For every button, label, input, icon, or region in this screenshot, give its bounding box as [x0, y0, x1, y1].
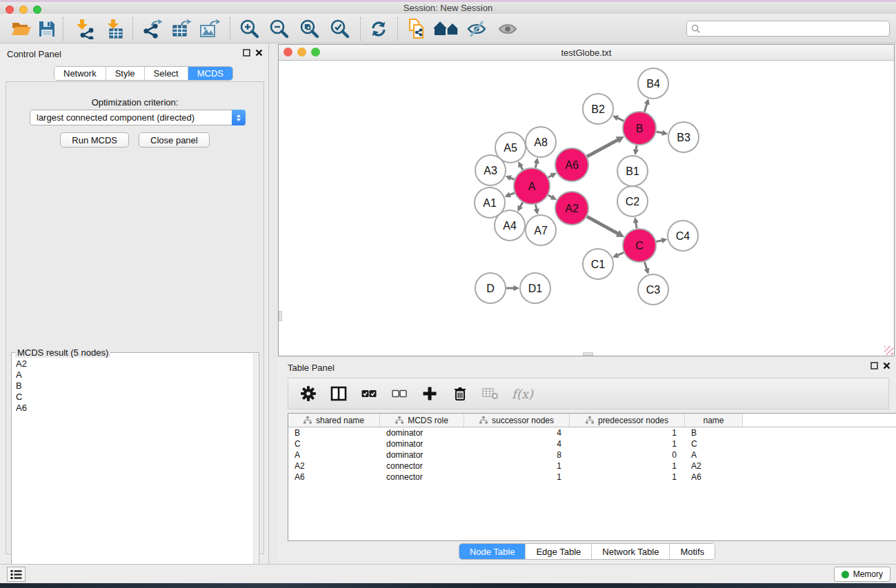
zoom-selected-button[interactable] — [328, 17, 352, 41]
result-scrollbar[interactable] — [253, 354, 258, 586]
table-cell[interactable]: C — [288, 438, 380, 449]
new-network-from-file-button[interactable] — [405, 17, 430, 41]
first-neighbors-button[interactable] — [434, 17, 459, 41]
close-panel-icon[interactable] — [883, 362, 890, 369]
export-image-button[interactable] — [197, 17, 222, 41]
column-header-successor-nodes[interactable]: successor nodes — [464, 414, 570, 427]
refresh-button[interactable] — [366, 17, 391, 41]
result-item[interactable]: B — [13, 381, 253, 392]
export-table-button[interactable] — [169, 17, 194, 41]
graph-edge-B-B2[interactable] — [617, 118, 624, 121]
table-cell[interactable]: A6 — [288, 472, 380, 483]
graph-edge-A-A4[interactable] — [520, 203, 523, 207]
table-cell[interactable]: A — [685, 449, 743, 460]
function-builder-button[interactable]: f(x) — [512, 385, 533, 403]
search-input[interactable] — [704, 24, 885, 34]
column-header-predecessor-nodes[interactable]: predecessor nodes — [570, 414, 685, 427]
table-cell[interactable]: B — [288, 427, 380, 438]
table-cell[interactable]: 4 — [464, 438, 570, 449]
resize-grip-icon[interactable] — [884, 346, 893, 355]
table-cell[interactable]: 4 — [464, 427, 570, 438]
column-header-mcds-role[interactable]: MCDS role — [380, 414, 464, 427]
graph-edge-A-A7[interactable] — [535, 204, 537, 210]
table-cell[interactable]: 0 — [570, 449, 685, 460]
table-cell[interactable]: A6 — [685, 472, 743, 483]
table-cell[interactable]: 1 — [464, 472, 570, 483]
table-row[interactable]: A2connector11A2 — [288, 460, 896, 472]
graph-edge-A-A3[interactable] — [510, 178, 514, 179]
task-history-button[interactable] — [7, 567, 26, 582]
table-cell[interactable]: 1 — [570, 472, 685, 483]
table-cell[interactable]: B — [685, 427, 743, 438]
table-cell[interactable]: 1 — [570, 427, 685, 438]
tab-node-table[interactable]: Node Table — [459, 544, 526, 559]
table-cell[interactable]: A — [288, 449, 380, 460]
run-mcds-button[interactable]: Run MCDS — [60, 132, 129, 148]
import-network-button[interactable] — [72, 17, 97, 41]
zoom-fit-button[interactable] — [297, 17, 322, 41]
delete-table-button[interactable] — [481, 385, 499, 403]
graph-edge-C-C2[interactable] — [636, 222, 637, 228]
graph-edge-A2-C[interactable] — [587, 216, 618, 234]
table-cell[interactable]: dominator — [380, 438, 464, 449]
tab-select[interactable]: Select — [144, 67, 188, 80]
table-row[interactable]: Bdominator41B — [288, 427, 896, 438]
result-item[interactable]: A2 — [13, 358, 253, 369]
table-cell[interactable]: dominator — [380, 449, 464, 460]
optimization-criterion-select[interactable]: largest connected component (directed) — [30, 110, 246, 125]
graph-edge-C-C1[interactable] — [617, 252, 624, 255]
zoom-out-button[interactable] — [267, 17, 292, 41]
frame-handle-bottom[interactable] — [583, 352, 593, 356]
graph-edge-A6-B[interactable] — [587, 140, 618, 156]
table-cell[interactable]: 1 — [570, 460, 685, 472]
column-header-name[interactable]: name — [685, 414, 743, 427]
show-columns-button[interactable] — [330, 385, 348, 403]
table-cell[interactable]: C — [685, 438, 743, 449]
float-panel-icon[interactable] — [870, 362, 878, 369]
table-cell[interactable]: A2 — [685, 460, 743, 472]
zoom-in-button[interactable] — [237, 17, 262, 41]
table-cell[interactable]: connector — [380, 460, 464, 472]
network-canvas[interactable]: B4B2BB3A8A5A6A3B1AC2A1A2A4A7C4CC1DD1C3 — [279, 61, 894, 356]
tab-edge-table[interactable]: Edge Table — [525, 544, 591, 559]
table-row[interactable]: Cdominator41C — [288, 438, 896, 449]
graph-edge-B-B1[interactable] — [636, 145, 637, 150]
graph-edge-A-A1[interactable] — [509, 193, 514, 195]
table-row[interactable]: Adominator80A — [288, 449, 896, 460]
tab-network-table[interactable]: Network Table — [591, 544, 669, 559]
column-header-shared-name[interactable]: shared name — [288, 414, 380, 427]
network-window-titlebar[interactable]: testGlobe.txt — [279, 45, 894, 61]
table-cell[interactable]: A2 — [288, 460, 380, 472]
open-session-button[interactable] — [9, 17, 34, 41]
close-panel-icon[interactable] — [255, 49, 263, 57]
select-all-columns-button[interactable] — [360, 385, 378, 403]
table-cell[interactable]: dominator — [380, 427, 464, 438]
show-graphics-details-button[interactable] — [495, 17, 520, 41]
graph-edge-A-A8[interactable] — [535, 163, 537, 168]
export-network-button[interactable] — [141, 17, 166, 41]
tab-style[interactable]: Style — [106, 67, 144, 80]
table-cell[interactable]: 8 — [464, 449, 570, 460]
result-item[interactable]: A6 — [13, 403, 253, 414]
import-table-button[interactable] — [103, 17, 128, 41]
table-cell[interactable]: connector — [380, 472, 464, 483]
frame-handle-left[interactable] — [279, 311, 282, 321]
unselect-all-columns-button[interactable] — [390, 385, 408, 403]
delete-columns-button[interactable] — [451, 385, 469, 403]
result-item[interactable]: A — [13, 369, 253, 381]
hide-graphics-details-button[interactable] — [464, 17, 489, 41]
tab-motifs[interactable]: Motifs — [669, 544, 715, 559]
result-item[interactable]: C — [13, 392, 253, 403]
graph-edge-B-B3[interactable] — [656, 132, 663, 133]
graph-edge-C-C3[interactable] — [644, 262, 646, 270]
table-cell[interactable]: 1 — [464, 460, 570, 472]
tab-network[interactable]: Network — [54, 67, 106, 80]
float-panel-icon[interactable] — [243, 49, 250, 57]
table-settings-button[interactable] — [299, 385, 317, 403]
table-cell[interactable]: 1 — [570, 438, 685, 449]
graph-edge-B-B4[interactable] — [644, 103, 647, 112]
graph-edge-C-C4[interactable] — [656, 241, 662, 242]
tab-mcds[interactable]: MCDS — [188, 67, 232, 80]
save-session-button[interactable] — [34, 17, 59, 41]
table-row[interactable]: A6connector11A6 — [288, 472, 896, 483]
